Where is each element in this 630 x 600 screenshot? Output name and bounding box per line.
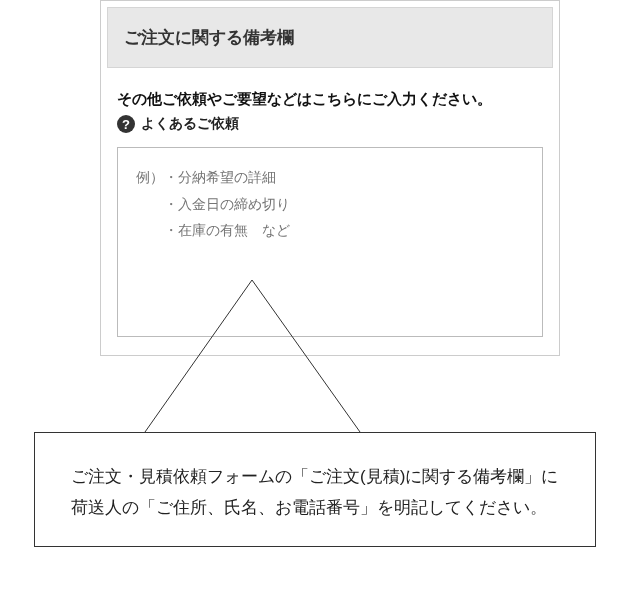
help-label: よくあるご依頼 bbox=[141, 115, 239, 133]
remarks-panel: ご注文に関する備考欄 その他ご依頼やご要望などはこちらにご入力ください。 ? よ… bbox=[100, 0, 560, 356]
section-heading: ご注文に関する備考欄 bbox=[124, 26, 536, 49]
instruction-callout: ご注文・見積依頼フォームの「ご注文(見積)に関する備考欄」に荷送人の「ご住所、氏… bbox=[34, 432, 596, 547]
remarks-textarea[interactable] bbox=[117, 147, 543, 337]
section-body: その他ご依頼やご要望などはこちらにご入力ください。 ? よくあるご依頼 bbox=[101, 68, 559, 355]
help-row[interactable]: ? よくあるご依頼 bbox=[117, 115, 543, 133]
question-icon: ? bbox=[117, 115, 135, 133]
intro-text: その他ご依頼やご要望などはこちらにご入力ください。 bbox=[117, 90, 543, 109]
callout-text: ご注文・見積依頼フォームの「ご注文(見積)に関する備考欄」に荷送人の「ご住所、氏… bbox=[71, 461, 559, 524]
section-header: ご注文に関する備考欄 bbox=[107, 7, 553, 68]
